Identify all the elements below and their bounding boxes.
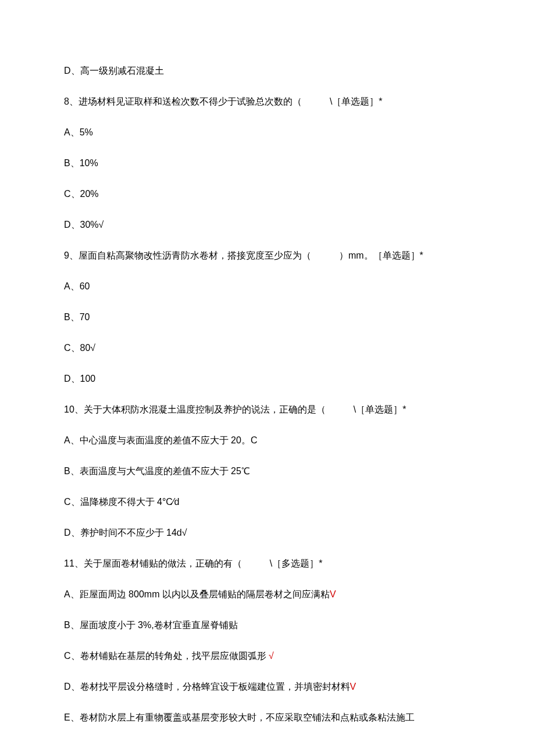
question-text: 10、关于大体积防水混凝土温度控制及养护的说法，正确的是（ \［单选题］*	[64, 403, 471, 417]
question-text: 11、关于屋面卷材铺贴的做法，正确的有（ \［多选题］*	[64, 557, 471, 571]
answer-mark: V	[350, 682, 356, 691]
option-text: C、温降梯度不得大于 4°C⁄d	[64, 495, 471, 509]
option-text: B、屋面坡度小于 3%,卷材宜垂直屋脊铺贴	[64, 618, 471, 632]
option-text: E、卷材防水层上有重物覆盖或基层变形较大时，不应采取空铺法和点粘或条粘法施工	[64, 711, 471, 725]
option-text: A、60	[64, 280, 471, 293]
document-page: D、高一级别减石混凝土 8、进场材料见证取样和送检次数不得少于试验总次数的（ \…	[0, 0, 535, 756]
option-text: C、20%	[64, 187, 471, 201]
option-text: D、30%√	[64, 218, 471, 232]
option-text: A、5%	[64, 126, 471, 139]
option-text: C、80√	[64, 341, 471, 355]
option-text: C、卷材铺贴在基层的转角处，找平层应做圆弧形 √	[64, 649, 471, 663]
option-text: D、养护时间不不应少于 14d√	[64, 526, 471, 540]
question-text: 8、进场材料见证取样和送检次数不得少于试验总次数的（ \［单选题］*	[64, 95, 471, 109]
question-text: 9、屋面自粘高聚物改性沥青防水卷材，搭接宽度至少应为（ ）mm。［单选题］*	[64, 249, 471, 263]
answer-mark: V	[330, 589, 336, 599]
option-text: B、10%	[64, 156, 471, 170]
option-text: D、卷材找平层设分格缝时，分格蜂宜设于板端建位置，并填密封材料V	[64, 680, 471, 694]
option-text: B、70	[64, 310, 471, 324]
answer-mark: √	[269, 651, 274, 661]
option-text: D、100	[64, 372, 471, 386]
option-text: D、高一级别减石混凝土	[64, 64, 471, 78]
option-text: A、中心温度与表面温度的差值不应大于 20。C	[64, 433, 471, 447]
option-text: B、表面温度与大气温度的差值不应大于 25℃	[64, 464, 471, 478]
option-text: A、距屋面周边 800mm 以内以及叠层铺贴的隔层卷材之间应满粘V	[64, 587, 471, 601]
